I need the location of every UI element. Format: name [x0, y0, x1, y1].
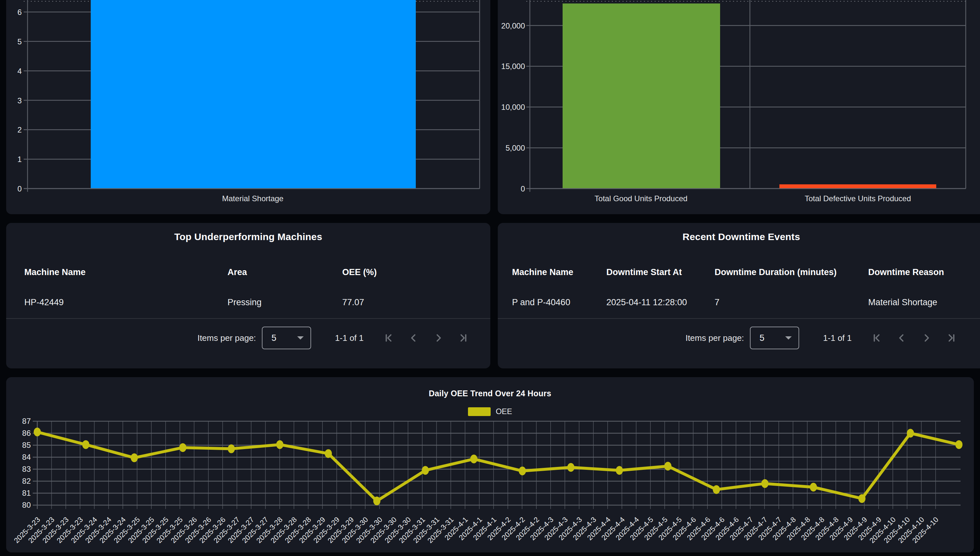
- svg-text:3: 3: [18, 96, 22, 105]
- svg-text:10,000: 10,000: [501, 103, 525, 112]
- svg-text:83: 83: [22, 465, 31, 474]
- svg-text:82: 82: [22, 477, 31, 485]
- col-header-machine-name: Machine Name: [512, 267, 606, 277]
- next-page-button[interactable]: [432, 332, 445, 344]
- dashboard-page: 0123456Material Shortage 05,00010,00015,…: [0, 0, 980, 556]
- svg-text:2: 2: [18, 125, 22, 134]
- col-header-downtime-reason: Downtime Reason: [868, 267, 980, 277]
- card-recent-downtime-events: Recent Downtime Events Machine Name Down…: [498, 223, 980, 369]
- items-per-page-select[interactable]: 5: [750, 326, 799, 349]
- cell-downtime-start: 2025-04-11 12:28:00: [606, 297, 715, 307]
- cell-machine-name: HP-42449: [24, 297, 228, 307]
- downtime-by-reason-bar-chart: 0123456Material Shortage: [6, 0, 490, 214]
- svg-text:5,000: 5,000: [506, 144, 525, 152]
- cell-oee: 77.07: [342, 297, 490, 307]
- first-page-icon: [870, 332, 883, 344]
- svg-text:Material Shortage: Material Shortage: [222, 194, 283, 203]
- svg-text:86: 86: [22, 429, 31, 437]
- svg-text:1: 1: [18, 155, 22, 163]
- svg-text:0: 0: [521, 184, 525, 193]
- items-per-page-label: Items per page:: [197, 333, 256, 343]
- col-header-downtime-start: Downtime Start At: [606, 267, 715, 277]
- table-divider: [6, 318, 490, 319]
- svg-text:20,000: 20,000: [501, 21, 525, 30]
- card-oee-trend: Daily OEE Trend Over 24 Hours OEE 2025-3…: [6, 377, 974, 553]
- items-per-page-label: Items per page:: [686, 333, 744, 343]
- last-page-button[interactable]: [457, 332, 470, 344]
- svg-text:Total Good Units Produced: Total Good Units Produced: [595, 194, 688, 203]
- paginator: Items per page: 5 1-1 of 1: [498, 326, 957, 350]
- chevron-down-icon: [785, 336, 792, 340]
- cell-downtime-duration: 7: [715, 297, 868, 307]
- cell-area: Pressing: [228, 297, 342, 307]
- next-page-button[interactable]: [920, 332, 933, 344]
- chart-legend: OEE: [6, 407, 974, 416]
- svg-text:6: 6: [18, 8, 22, 16]
- oee-trend-line-chart: 2025-3-232025-3-232025-3-232025-3-232025…: [6, 377, 974, 553]
- last-page-button[interactable]: [945, 332, 957, 344]
- previous-page-button[interactable]: [408, 332, 420, 344]
- table-title: Top Underperforming Machines: [6, 231, 490, 242]
- oee-legend-swatch: [468, 407, 491, 416]
- last-page-icon: [945, 332, 957, 344]
- svg-text:Total Defective Units Produced: Total Defective Units Produced: [805, 194, 911, 203]
- page-range-label: 1-1 of 1: [335, 333, 364, 343]
- col-header-machine-name: Machine Name: [24, 267, 228, 277]
- svg-text:5: 5: [18, 37, 22, 46]
- items-per-page-select[interactable]: 5: [262, 326, 311, 349]
- items-per-page-value: 5: [760, 333, 785, 343]
- chevron-left-icon: [408, 332, 420, 344]
- svg-text:84: 84: [22, 453, 31, 461]
- svg-text:4: 4: [18, 67, 22, 76]
- col-header-oee: OEE (%): [342, 267, 490, 277]
- chevron-down-icon: [297, 336, 304, 340]
- table-header-row: Machine Name Downtime Start At Downtime …: [498, 262, 980, 282]
- first-page-button[interactable]: [870, 332, 883, 344]
- svg-text:0: 0: [18, 184, 22, 193]
- svg-text:85: 85: [22, 441, 31, 449]
- first-page-icon: [382, 332, 395, 344]
- previous-page-button[interactable]: [896, 332, 908, 344]
- svg-text:15,000: 15,000: [501, 62, 525, 71]
- svg-text:81: 81: [22, 489, 31, 497]
- svg-text:87: 87: [22, 417, 31, 425]
- table-row: HP-42449 Pressing 77.07: [6, 293, 490, 312]
- paginator: Items per page: 5 1-1 of 1: [6, 326, 470, 350]
- card-units-produced: 05,00010,00015,00020,000Total Good Units…: [498, 0, 980, 214]
- card-top-underperforming-machines: Top Underperforming Machines Machine Nam…: [6, 223, 490, 369]
- units-produced-bar-chart: 05,00010,00015,00020,000Total Good Units…: [498, 0, 980, 214]
- oee-legend-label: OEE: [496, 407, 513, 416]
- chart-title: Daily OEE Trend Over 24 Hours: [6, 389, 974, 398]
- page-range-label: 1-1 of 1: [823, 333, 852, 343]
- svg-text:80: 80: [22, 501, 31, 509]
- card-downtime-by-reason: 0123456Material Shortage: [6, 0, 490, 214]
- table-header-row: Machine Name Area OEE (%): [6, 262, 490, 282]
- first-page-button[interactable]: [382, 332, 395, 344]
- col-header-area: Area: [228, 267, 342, 277]
- table-row: P and P-40460 2025-04-11 12:28:00 7 Mate…: [498, 293, 980, 312]
- chevron-right-icon: [920, 332, 933, 344]
- chevron-right-icon: [432, 332, 445, 344]
- chevron-left-icon: [896, 332, 908, 344]
- cell-downtime-reason: Material Shortage: [868, 297, 980, 307]
- table-divider: [498, 318, 980, 319]
- last-page-icon: [457, 332, 470, 344]
- cell-machine-name: P and P-40460: [512, 297, 606, 307]
- items-per-page-value: 5: [272, 333, 297, 343]
- table-title: Recent Downtime Events: [498, 231, 980, 242]
- col-header-downtime-duration: Downtime Duration (minutes): [715, 267, 868, 277]
